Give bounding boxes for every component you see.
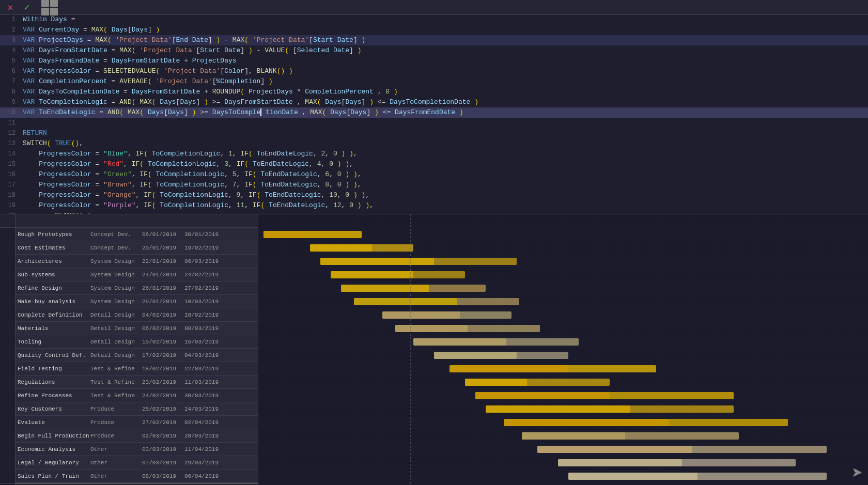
table-row-legal-regulatory: Legal / Regulatory Other 07/03/2019 29/0… bbox=[0, 456, 258, 470]
code-line-12: 12 RETURN bbox=[0, 128, 868, 138]
table-row-project2-header: Project 2 bbox=[0, 483, 258, 485]
cancel-button[interactable]: ✕ bbox=[4, 1, 17, 13]
code-line-19: 19 ProgressColor = "Purple", IF( ToCompl… bbox=[0, 200, 868, 211]
code-line-16: 16 ProgressColor = "Green", IF( ToComple… bbox=[0, 169, 868, 180]
code-editor: ✕ ✓ 1 Within Days = 2 VAR CurrentDay = M… bbox=[0, 0, 868, 214]
table-row-complete-def: Complete Definition Detail Design 04/02/… bbox=[0, 308, 258, 322]
svg-rect-43 bbox=[522, 432, 625, 440]
svg-rect-19 bbox=[331, 271, 413, 278]
table-row-cost-estimates: Cost Estimates Concept Dev. 20/01/2019 1… bbox=[0, 241, 258, 255]
svg-rect-15 bbox=[310, 244, 372, 252]
table-row-field-testing: Field Testing Test & Refine 18/02/2019 2… bbox=[0, 362, 258, 376]
svg-rect-5 bbox=[258, 308, 868, 322]
code-line-9: 9 VAR ToCompletionLogic = AND( MAX( Days… bbox=[0, 97, 868, 107]
code-line-2: 2 VAR CurrentDay = MAX( Days[Days] ) bbox=[0, 25, 868, 35]
table-row-tooling: Tooling Detail Design 10/02/2019 16/03/2… bbox=[0, 335, 258, 349]
gantt-chart-svg bbox=[258, 214, 868, 485]
navigate-arrow[interactable]: ⮞ bbox=[853, 467, 863, 480]
code-line-5: 5 VAR DaysFromEndDate = DaysFromStartDat… bbox=[0, 56, 868, 66]
confirm-button[interactable]: ✓ bbox=[21, 1, 33, 13]
table-row-make-buy: Make-buy analysis System Design 29/01/20… bbox=[0, 295, 258, 308]
table-row-sales-plan: Sales Plan / Train Other 08/03/2019 06/0… bbox=[0, 470, 258, 483]
table-icon bbox=[41, 0, 58, 15]
table-row-architectures: Architectures System Design 22/01/2019 0… bbox=[0, 255, 258, 268]
svg-rect-27 bbox=[395, 325, 468, 332]
gantt-area: Project 1 .gr { display:flex; align-item… bbox=[0, 214, 868, 485]
table-header-row bbox=[0, 214, 258, 228]
code-line-3: 3 VAR ProjectDays = MAX( 'Project Data'[… bbox=[0, 35, 868, 45]
table-row-qc-def: Quality Control Def. Detail Design 17/02… bbox=[0, 349, 258, 362]
code-line-15: 15 ProgressColor = "Red", IF( ToCompleti… bbox=[0, 159, 868, 169]
svg-rect-37 bbox=[475, 392, 610, 399]
svg-rect-31 bbox=[434, 352, 517, 359]
code-line-14: 14 ProgressColor = "Blue", IF( ToComplet… bbox=[0, 149, 868, 159]
code-line-7: 7 VAR CompletionPercent = AVERAGE( 'Proj… bbox=[0, 76, 868, 87]
code-line-11: 11 bbox=[0, 118, 868, 128]
table-row-rough-prototypes: Rough Prototypes Concept Dev. 06/01/2019… bbox=[0, 228, 258, 241]
code-line-8: 8 VAR DaysToCompletionDate = DaysFromSta… bbox=[0, 87, 868, 97]
code-line-18: 18 ProgressColor = "Orange", IF( ToCompl… bbox=[0, 190, 868, 200]
svg-rect-39 bbox=[486, 405, 630, 413]
table-row-refine-processes: Refine Processes Test & Refine 24/02/201… bbox=[0, 389, 258, 402]
table-row-subsystems: Sub-systems System Design 24/01/2019 24/… bbox=[0, 268, 258, 281]
table-row-materials: Materials Detail Design 06/02/2019 08/03… bbox=[0, 322, 258, 335]
svg-rect-17 bbox=[320, 258, 434, 265]
code-line-1: 1 Within Days = bbox=[0, 14, 868, 25]
table-row-refine-design: Refine Design System Design 26/01/2019 2… bbox=[0, 281, 258, 295]
svg-rect-47 bbox=[558, 459, 682, 466]
svg-rect-35 bbox=[465, 379, 527, 386]
svg-rect-13 bbox=[264, 231, 305, 238]
svg-rect-25 bbox=[382, 311, 460, 319]
svg-rect-49 bbox=[568, 473, 698, 480]
gantt-bars-area bbox=[258, 214, 868, 485]
table-row-begin-full-prod: Begin Full Production Produce 02/03/2019… bbox=[0, 429, 258, 443]
svg-rect-33 bbox=[450, 365, 568, 372]
code-line-4: 4 VAR DaysFromStartDate = MAX( 'Project … bbox=[0, 45, 868, 56]
svg-rect-23 bbox=[354, 298, 457, 305]
table-row-regulations: Regulations Test & Refine 23/02/2019 11/… bbox=[0, 376, 258, 389]
table-row-evaluate: Evaluate Produce 27/02/2019 02/04/2019 bbox=[0, 416, 258, 429]
svg-rect-41 bbox=[504, 419, 669, 426]
table-row-economic-analysis: Economic Analysis Other 03/03/2019 11/04… bbox=[0, 443, 258, 456]
code-lines[interactable]: 1 Within Days = 2 VAR CurrentDay = MAX( … bbox=[0, 14, 868, 214]
editor-toolbar: ✕ ✓ bbox=[0, 0, 868, 14]
code-line-20: 20 BLANK() ) bbox=[0, 211, 868, 214]
code-line-17: 17 ProgressColor = "Brown", IF( ToComple… bbox=[0, 180, 868, 190]
code-line-13: 13 SWITCH( TRUE(), bbox=[0, 138, 868, 149]
svg-rect-29 bbox=[413, 338, 506, 346]
code-line-10: 10 VAR ToEndDateLogic = AND( MAX( Days[D… bbox=[0, 107, 868, 118]
code-line-6: 6 VAR ProgressColor = SELECTEDVALUE( 'Pr… bbox=[0, 66, 868, 76]
gantt-table: Project 1 .gr { display:flex; align-item… bbox=[0, 214, 258, 485]
svg-rect-45 bbox=[537, 446, 692, 453]
svg-rect-21 bbox=[341, 285, 429, 292]
table-row-key-customers: Key Customers Produce 25/02/2019 24/03/2… bbox=[0, 402, 258, 416]
